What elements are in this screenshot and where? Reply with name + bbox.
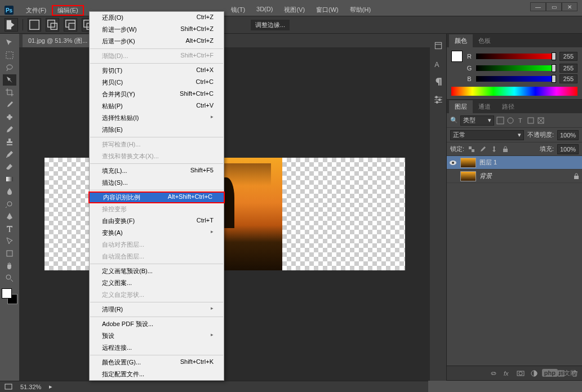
menu-item--C-[interactable]: 拷贝(C)Ctrl+C	[90, 77, 224, 88]
channels-tab[interactable]: 通道	[473, 100, 496, 113]
lock-transparent-icon[interactable]	[468, 145, 476, 153]
visibility-icon[interactable]	[449, 159, 457, 167]
layers-tab[interactable]: 图层	[449, 100, 473, 113]
heal-tool[interactable]	[3, 112, 16, 123]
filter-image-icon[interactable]	[496, 117, 504, 124]
type-tool[interactable]	[3, 223, 16, 234]
selection-new-icon[interactable]	[28, 18, 41, 32]
status-arrow-icon[interactable]: ▸	[49, 383, 52, 390]
adjustment-icon[interactable]	[530, 369, 538, 377]
menu-item--P-[interactable]: 粘贴(P)Ctrl+V	[90, 100, 224, 112]
layer-row[interactable]: 背景	[447, 170, 582, 183]
filter-type-dropdown[interactable]: 类型▾	[460, 115, 494, 126]
character-icon[interactable]: A	[433, 59, 443, 69]
fx-icon[interactable]: fx	[503, 369, 511, 377]
properties-icon[interactable]	[433, 95, 443, 105]
filter-smart-icon[interactable]	[537, 117, 545, 124]
close-button[interactable]: ✕	[562, 2, 577, 11]
lock-all-icon[interactable]	[501, 145, 509, 153]
menu-item--L-[interactable]: 填充(L)...Shift+F5	[90, 165, 224, 177]
eyedropper-tool[interactable]	[3, 99, 16, 110]
selection-add-icon[interactable]	[46, 18, 59, 32]
menu-item--F-[interactable]: 自由变换(F)Ctrl+T	[90, 215, 224, 227]
menu-item--K-[interactable]: 后退一步(K)Alt+Ctrl+Z	[90, 35, 224, 47]
menu-item--O-[interactable]: 还原(O)Ctrl+Z	[90, 12, 224, 24]
menu-item--[interactable]: 指定配置文件...	[90, 368, 224, 380]
path-select-tool[interactable]	[3, 235, 16, 247]
layer-name[interactable]: 背景	[479, 172, 492, 180]
crop-tool[interactable]	[3, 87, 16, 98]
menu-item--I-[interactable]: 选择性粘贴(I)	[90, 112, 224, 124]
marquee-tool[interactable]	[3, 50, 16, 61]
color-swatches[interactable]	[2, 288, 17, 304]
menu-3d[interactable]: 3D(D)	[251, 5, 278, 15]
swatches-tab[interactable]: 色板	[473, 34, 496, 47]
color-tab[interactable]: 颜色	[449, 34, 473, 47]
lock-position-icon[interactable]	[490, 145, 498, 153]
menu-item--A-[interactable]: 变换(A)	[90, 227, 224, 239]
pen-tool[interactable]	[3, 211, 16, 222]
opacity-value[interactable]: 100%	[557, 130, 579, 140]
brush-tool[interactable]	[3, 124, 16, 135]
shape-tool[interactable]	[3, 248, 16, 259]
screen-mode-icon[interactable]	[5, 383, 12, 391]
menu-file[interactable]: 文件(F)	[20, 5, 52, 16]
document-tab[interactable]: 01.jpg @ 51.3% (图...	[23, 34, 93, 47]
move-tool[interactable]	[3, 37, 16, 48]
maximize-button[interactable]: ▭	[546, 2, 562, 11]
panel-color-swatch[interactable]	[451, 51, 463, 62]
menu-filter[interactable]: 镜(T)	[225, 5, 251, 15]
stamp-tool[interactable]	[3, 136, 16, 148]
b-slider[interactable]	[476, 76, 556, 82]
menu-item--B-[interactable]: 定义画笔预设(B)...	[90, 265, 224, 277]
r-value[interactable]: 255	[559, 52, 577, 61]
fill-value[interactable]: 100%	[557, 144, 579, 154]
paragraph-icon[interactable]	[433, 77, 443, 87]
menu-item--[interactable]: 内容识别比例Alt+Shift+Ctrl+C	[88, 191, 225, 203]
hand-tool[interactable]	[3, 260, 16, 271]
menu-edit[interactable]: 编辑(E)	[52, 5, 84, 16]
menu-view[interactable]: 视图(V)	[278, 5, 310, 15]
menu-item--T-[interactable]: 剪切(T)Ctrl+X	[90, 65, 224, 77]
history-icon[interactable]	[433, 41, 443, 51]
menu-item--[interactable]: 远程连接...	[90, 342, 224, 354]
r-slider[interactable]	[476, 54, 556, 59]
menu-item--W-[interactable]: 前进一步(W)Shift+Ctrl+Z	[90, 24, 224, 35]
g-slider[interactable]	[476, 65, 556, 71]
tool-preset-icon[interactable]	[5, 18, 18, 32]
zoom-level[interactable]: 51.32%	[20, 384, 41, 390]
link-icon[interactable]	[490, 369, 497, 377]
b-value[interactable]: 255	[559, 74, 577, 83]
fg-color-swatch[interactable]	[2, 288, 12, 299]
blur-tool[interactable]	[3, 186, 16, 197]
menu-item--E-[interactable]: 清除(E)	[90, 124, 224, 136]
minimize-button[interactable]: —	[530, 2, 546, 11]
history-brush-tool[interactable]	[3, 149, 16, 160]
menu-window[interactable]: 窗口(W)	[310, 5, 344, 15]
paths-tab[interactable]: 路径	[496, 100, 520, 113]
color-spectrum[interactable]	[451, 87, 577, 96]
zoom-tool[interactable]	[3, 273, 16, 284]
menu-item--Y-[interactable]: 合并拷贝(Y)Shift+Ctrl+C	[90, 88, 224, 100]
menu-item--[interactable]: 定义图案...	[90, 277, 224, 289]
gradient-tool[interactable]	[3, 173, 16, 185]
menu-item--S-[interactable]: 描边(S)...	[90, 177, 224, 189]
menu-item--R-[interactable]: 清理(R)	[90, 304, 224, 315]
selection-subtract-icon[interactable]	[64, 18, 77, 32]
dodge-tool[interactable]	[3, 198, 16, 210]
menu-help[interactable]: 帮助(H)	[344, 5, 376, 15]
filter-adjust-icon[interactable]	[507, 117, 514, 124]
mask-icon[interactable]	[517, 369, 525, 377]
filter-shape-icon[interactable]	[527, 117, 535, 124]
filter-text-icon[interactable]: T	[517, 117, 525, 124]
layer-row[interactable]: 图层 1	[447, 156, 582, 170]
lock-pixels-icon[interactable]	[479, 145, 487, 153]
refine-edge-button[interactable]: 调整边缘...	[251, 20, 290, 30]
menu-item-Adobe-PDF-[interactable]: Adobe PDF 预设...	[90, 318, 224, 330]
menu-item--G-[interactable]: 颜色设置(G)...Shift+Ctrl+K	[90, 357, 224, 368]
lasso-tool[interactable]	[3, 62, 16, 73]
eraser-tool[interactable]	[3, 161, 16, 172]
blend-mode-dropdown[interactable]: 正常▾	[450, 130, 524, 140]
menu-item--[interactable]: 预设	[90, 330, 224, 342]
g-value[interactable]: 255	[559, 64, 577, 73]
